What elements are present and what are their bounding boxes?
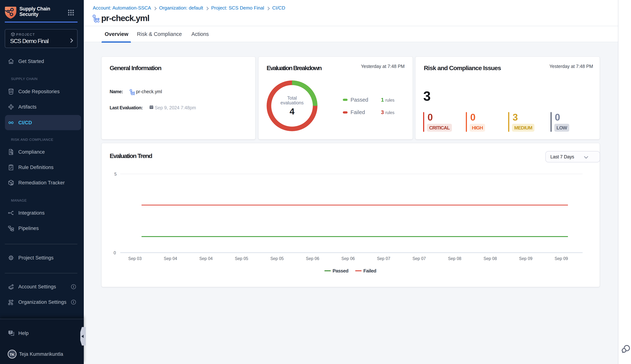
- svg-text:Sep 08: Sep 08: [484, 256, 497, 261]
- svg-text:5: 5: [114, 172, 117, 176]
- svg-text:Sep 05: Sep 05: [235, 256, 248, 261]
- svg-text:Sep 06: Sep 06: [306, 256, 319, 261]
- svg-text:Sep 03: Sep 03: [128, 256, 142, 261]
- svg-text:Sep 04: Sep 04: [164, 256, 177, 261]
- svg-text:Sep 07: Sep 07: [412, 256, 426, 261]
- svg-text:Sep 09: Sep 09: [555, 256, 568, 261]
- svg-text:Sep 05: Sep 05: [270, 256, 284, 261]
- svg-text:Sep 07: Sep 07: [377, 256, 390, 261]
- svg-text:Passed: Passed: [333, 268, 348, 274]
- svg-text:Sep 08: Sep 08: [448, 256, 462, 261]
- svg-text:Failed: Failed: [363, 268, 376, 274]
- svg-text:Sep 04: Sep 04: [199, 256, 213, 261]
- svg-text:0: 0: [114, 250, 116, 255]
- svg-text:?: ?: [10, 331, 12, 334]
- svg-text:Sep 09: Sep 09: [519, 256, 532, 261]
- svg-text:Sep 06: Sep 06: [341, 256, 355, 261]
